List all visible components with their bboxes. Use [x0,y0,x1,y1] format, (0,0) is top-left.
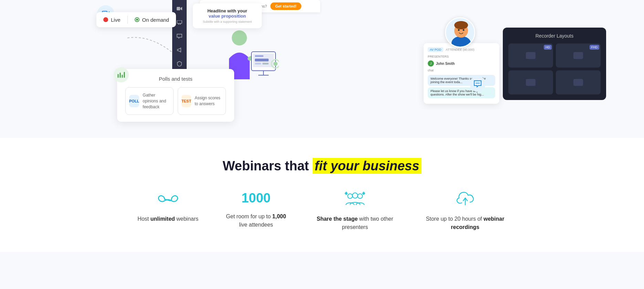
top-section: Live On demand Ready to jumpstart your c… [0,0,644,138]
svg-rect-11 [262,63,269,64]
svg-point-26 [463,29,465,31]
headline-line2: value proposition [199,13,256,19]
svg-text:+: + [345,191,347,196]
svg-point-29 [479,83,480,84]
live-tabs-panel: Live On demand [96,12,176,27]
svg-rect-1 [177,20,182,23]
feature-presenters-text: Share the stage with two other presenter… [314,215,396,231]
presenter-avatar [445,17,475,48]
poll-option2-text: Assign scores to answers [195,95,222,107]
sidebar-screen-icon[interactable] [176,19,183,26]
feature-unlimited-text: Host unlimited webinars [137,215,198,223]
feature-presenters-bold: Share the stage [316,216,357,222]
avpod-chat-section: AV POD ATTENDEE (40,000) PRESENTERS J Jo… [424,43,499,104]
recorder-item-1: HD [508,43,553,68]
feature-presenters: + + Share the stage with two other prese… [314,191,396,231]
feature-recordings-text: Store up to 20 hours of webinar recordin… [424,215,507,231]
sidebar-chat-icon[interactable] [176,32,183,40]
recorder-card: Recorder Layouts HD FHD [503,28,606,100]
recorder-item-4 [556,70,601,94]
poll-option-test[interactable]: TEST Assign scores to answers [178,87,226,115]
sidebar-megaphone-icon[interactable] [176,46,183,54]
ondemand-dot [135,17,139,22]
people-icon: + + [345,191,365,208]
chat-user-row: J John Smith [428,60,495,67]
av-pod-card: AV POD ATTENDEE (40,000) PRESENTERS J Jo… [424,43,499,104]
headline-line1: Headline with your [199,8,256,13]
live-dot [103,17,108,22]
feature-attendees-text: Get room for up to 1,000live attendees [226,212,286,229]
rec-badge-1: HD [544,45,552,50]
chat-messages: Welcome everyone! Thanks so much for joi… [428,75,495,98]
svg-point-5 [232,30,247,46]
polls-panel-title: Polls and tests [125,76,226,82]
recorder-item-3 [508,70,553,94]
heading-part1: Webinars that [222,159,312,173]
chat-msg-2: Please let us know if you have any quest… [428,87,495,98]
svg-rect-9 [255,59,269,61]
poll-bubble-icon [114,67,129,82]
attendee-count: ATTENDEE (40,000) [446,48,474,51]
rec-icon-3 [526,79,536,86]
tab-ondemand[interactable]: On demand [135,17,169,23]
svg-point-15 [273,62,278,66]
recorder-grid: HD FHD [508,43,601,94]
svg-point-25 [458,29,460,31]
upload-cloud-icon [455,191,476,208]
bottom-section: Webinars that fit your business Host unl… [0,138,644,252]
feature-number: 1000 [241,191,271,206]
chat-circle-icon [470,76,486,92]
feature-unlimited-bold: unlimited [150,216,175,222]
recorder-item-2: FHD [556,43,601,68]
rec-icon-2 [573,52,583,59]
tab-separator [127,16,128,24]
polls-panel: Polls and tests POLL Gather opinions and… [117,69,234,122]
sidebar-shield-icon[interactable] [176,60,183,68]
poll-option1-text: Gather opinions and feedback [143,92,170,110]
svg-point-30 [347,194,352,199]
main-heading: Webinars that fit your business [0,159,644,173]
polls-options: POLL Gather opinions and feedback TEST A… [125,87,226,115]
infinity-icon [158,191,178,208]
tab-live-label: Live [111,17,121,23]
recorder-title: Recorder Layouts [508,33,601,39]
av-badge: AV POD [428,47,443,52]
rec-icon-1 [526,52,536,59]
sidebar-video-icon[interactable] [176,5,183,12]
svg-rect-8 [255,55,263,57]
features-row: Host unlimited webinars 1000 Get room fo… [0,191,644,231]
feature-attendees: 1000 Get room for up to 1,000live attend… [226,191,286,229]
heading-highlight: fit your business [313,158,422,174]
headline-card: Headline with your value proposition Sub… [193,3,262,28]
poll-option-gather[interactable]: POLL Gather opinions and feedback [125,87,174,115]
av-pod-header: AV POD ATTENDEE (40,000) [428,47,495,52]
feature-recordings: Store up to 20 hours of webinar recordin… [424,191,507,231]
tab-live[interactable]: Live [103,17,121,23]
svg-rect-10 [255,63,261,64]
svg-point-27 [476,83,477,84]
get-started-button[interactable]: Get started! [270,2,301,10]
svg-point-24 [454,21,468,29]
rec-icon-4 [573,79,583,86]
user-dot: J [428,60,434,67]
svg-point-32 [357,194,362,199]
svg-rect-0 [177,7,180,10]
tab-ondemand-label: On demand [142,17,169,23]
page-wrapper: Live On demand Ready to jumpstart your c… [0,0,644,289]
svg-point-28 [477,83,478,84]
feature-unlimited: Host unlimited webinars [137,191,198,223]
svg-point-31 [352,193,357,198]
poll-icon: POLL [129,95,139,107]
feature-recordings-bold: webinar recordings [451,216,504,230]
headline-supporting: Subtitle with a supporting statement [199,20,256,23]
chat-label: chat [428,69,495,72]
test-icon: TEST [181,95,191,107]
rec-badge-2: FHD [590,45,600,50]
username: John Smith [436,62,455,66]
progress-label: PRESENTERS [428,55,495,58]
svg-text:+: + [362,191,365,196]
feature-attendees-bold: 1,000 [272,213,286,219]
